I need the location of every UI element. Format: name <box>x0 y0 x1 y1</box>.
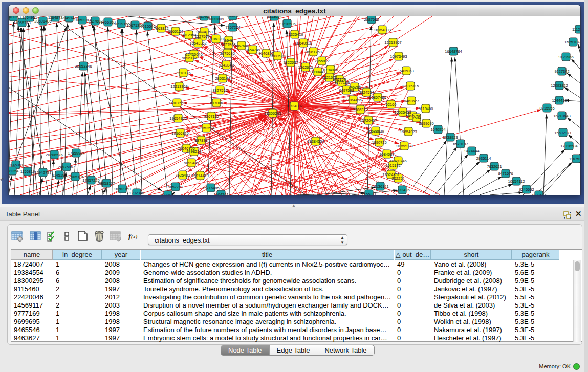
svg-text:15720407: 15720407 <box>360 118 377 123</box>
svg-text:16782759: 16782759 <box>114 187 130 191</box>
svg-text:20206576: 20206576 <box>46 152 62 157</box>
svg-text:9145061: 9145061 <box>9 163 24 167</box>
svg-text:9777169: 9777169 <box>334 80 349 85</box>
svg-text:12942737: 12942737 <box>34 170 51 175</box>
svg-text:1588520: 1588520 <box>270 54 285 58</box>
svg-text:16961758: 16961758 <box>304 50 321 54</box>
svg-text:8186328: 8186328 <box>208 37 223 41</box>
svg-text:1164873: 1164873 <box>48 16 63 20</box>
svg-text:10973493: 10973493 <box>390 54 407 59</box>
svg-text:16648784: 16648784 <box>445 49 462 54</box>
svg-text:7357224: 7357224 <box>225 25 240 30</box>
svg-text:16154808: 16154808 <box>374 28 390 32</box>
svg-text:15751074: 15751074 <box>564 40 580 45</box>
svg-text:1733426: 1733426 <box>395 188 409 192</box>
svg-text:8827552: 8827552 <box>212 88 227 93</box>
svg-text:11353594: 11353594 <box>198 126 215 130</box>
svg-text:1615192: 1615192 <box>385 163 400 168</box>
svg-text:9030497: 9030497 <box>160 193 175 195</box>
svg-text:12213967: 12213967 <box>384 40 401 45</box>
svg-text:12905185: 12905185 <box>67 174 83 179</box>
svg-text:7485063: 7485063 <box>399 69 413 73</box>
svg-text:1640954: 1640954 <box>430 127 445 132</box>
svg-text:17957225: 17957225 <box>82 178 99 183</box>
svg-text:9463627: 9463627 <box>404 99 419 103</box>
svg-text:7625402: 7625402 <box>175 173 190 178</box>
svg-text:9115460: 9115460 <box>419 106 433 111</box>
svg-text:16210643: 16210643 <box>553 114 570 118</box>
svg-text:20364436: 20364436 <box>344 98 361 102</box>
svg-text:20958107: 20958107 <box>98 181 115 186</box>
svg-text:20053346: 20053346 <box>75 64 92 69</box>
svg-text:1362615: 1362615 <box>298 65 313 70</box>
svg-text:8267110: 8267110 <box>204 114 219 119</box>
svg-text:7955812: 7955812 <box>314 59 329 63</box>
svg-text:2087682: 2087682 <box>364 17 379 22</box>
svg-text:9660124: 9660124 <box>168 29 183 34</box>
svg-text:19654955: 19654955 <box>169 116 186 121</box>
svg-text:1837544: 1837544 <box>531 193 546 195</box>
svg-text:887833: 887833 <box>194 138 207 143</box>
svg-text:7632621: 7632621 <box>487 164 502 169</box>
svg-text:15692971: 15692971 <box>554 130 571 135</box>
svg-text:(x): (x) <box>131 233 138 240</box>
svg-text:19166825: 19166825 <box>171 131 188 136</box>
svg-text:1156819: 1156819 <box>20 169 35 174</box>
svg-text:16107553: 16107553 <box>168 101 185 105</box>
svg-text:2001353: 2001353 <box>9 16 21 19</box>
svg-text:12975115: 12975115 <box>402 84 419 89</box>
svg-text:9896137: 9896137 <box>182 56 197 60</box>
svg-text:7515546: 7515546 <box>140 24 155 29</box>
svg-text:2935114: 2935114 <box>476 156 491 161</box>
svg-text:18640910: 18640910 <box>295 41 312 46</box>
svg-text:8215955: 8215955 <box>539 106 554 111</box>
svg-text:18724007: 18724007 <box>286 104 302 108</box>
svg-text:6497568: 6497568 <box>339 88 354 93</box>
svg-text:1167531: 1167531 <box>569 157 580 161</box>
svg-text:2718176: 2718176 <box>176 71 190 75</box>
svg-text:8912954: 8912954 <box>181 33 196 37</box>
svg-text:9245652: 9245652 <box>519 187 534 192</box>
svg-text:1327509: 1327509 <box>194 34 209 39</box>
svg-text:9327505: 9327505 <box>221 42 235 47</box>
svg-text:1112362: 1112362 <box>572 27 580 32</box>
svg-text:1755311: 1755311 <box>362 192 377 195</box>
svg-text:9242848: 9242848 <box>219 63 233 68</box>
svg-text:1890725: 1890725 <box>372 140 386 145</box>
svg-text:2803144: 2803144 <box>215 76 230 81</box>
svg-text:8813054: 8813054 <box>267 16 281 19</box>
svg-text:10654112: 10654112 <box>508 179 525 184</box>
svg-text:3498222: 3498222 <box>186 149 201 154</box>
svg-text:8454749: 8454749 <box>245 48 260 52</box>
svg-text:3675685: 3675685 <box>220 51 234 56</box>
svg-text:16543362: 16543362 <box>189 41 206 46</box>
svg-text:252254: 252254 <box>391 176 404 181</box>
svg-text:7584: 7584 <box>412 116 421 120</box>
svg-text:7386372: 7386372 <box>353 107 367 112</box>
svg-text:1904741: 1904741 <box>213 192 228 195</box>
svg-text:19654923: 19654923 <box>400 129 417 134</box>
svg-text:10807480: 10807480 <box>369 95 386 100</box>
svg-text:10120746: 10120746 <box>389 159 406 163</box>
svg-text:20975867: 20975867 <box>58 165 75 169</box>
svg-text:9344757: 9344757 <box>225 16 240 18</box>
svg-text:8699695: 8699695 <box>419 121 433 126</box>
svg-text:10688639: 10688639 <box>367 129 384 134</box>
svg-text:5938923: 5938923 <box>443 135 458 140</box>
svg-text:13325419: 13325419 <box>286 32 303 37</box>
svg-text:16914479: 16914479 <box>191 173 208 178</box>
svg-text:9129966: 9129966 <box>558 55 573 59</box>
svg-text:6794028: 6794028 <box>323 68 338 72</box>
svg-text:14055713: 14055713 <box>13 20 30 25</box>
svg-text:16033809: 16033809 <box>207 17 224 21</box>
svg-text:9684067: 9684067 <box>379 152 394 157</box>
svg-text:19384554: 19384554 <box>307 139 324 144</box>
svg-text:12213369: 12213369 <box>170 84 187 89</box>
svg-text:1244419: 1244419 <box>552 98 567 103</box>
svg-text:10756928: 10756928 <box>396 144 412 148</box>
svg-text:7663822: 7663822 <box>154 26 168 31</box>
svg-text:8471676: 8471676 <box>498 171 513 176</box>
svg-text:17359934: 17359934 <box>68 151 84 156</box>
svg-text:15716485: 15716485 <box>202 186 219 190</box>
svg-text:1145194: 1145194 <box>52 173 67 178</box>
